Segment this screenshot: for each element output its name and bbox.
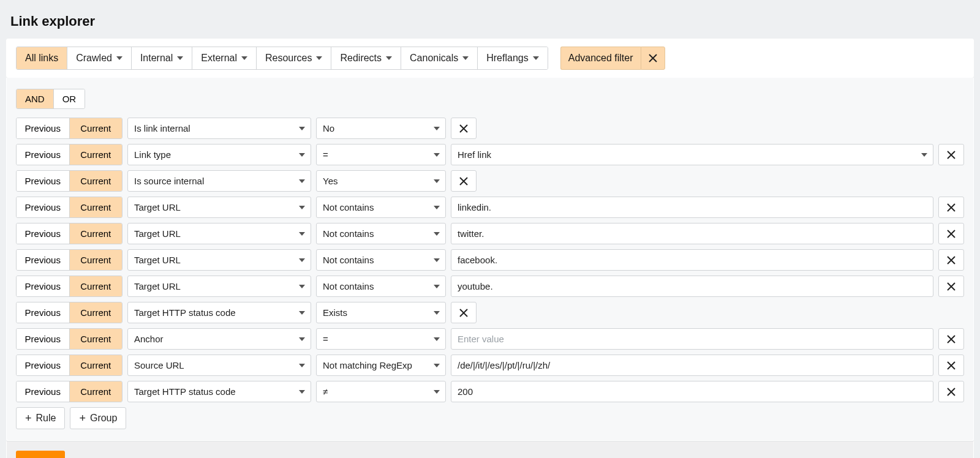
scope-previous-button[interactable]: Previous [17,355,70,375]
apply-button[interactable]: Apply [16,451,65,458]
remove-rule-button[interactable] [938,249,964,271]
value-input[interactable] [451,328,933,350]
operator-select-label: = [323,149,328,160]
scope-current-button[interactable]: Current [70,329,123,349]
logic-and-button[interactable]: AND [17,89,54,108]
remove-rule-button[interactable] [938,355,964,376]
value-input[interactable] [451,276,933,297]
operator-select[interactable]: = [316,144,446,165]
operator-select[interactable]: Yes [316,170,446,192]
operator-select[interactable]: Not contains [316,223,446,244]
remove-rule-button[interactable] [938,276,964,297]
operator-select[interactable]: ≠ [316,381,446,402]
remove-rule-button[interactable] [451,302,477,323]
field-select[interactable]: Target URL [127,223,311,244]
close-icon [947,203,956,212]
operator-select[interactable]: Exists [316,302,446,323]
scope-current-button[interactable]: Current [70,302,123,323]
operator-select[interactable]: = [316,328,446,350]
operator-select[interactable]: Not contains [316,276,446,297]
tab-internal[interactable]: Internal [132,47,192,69]
caret-down-icon [434,206,440,209]
remove-rule-button[interactable] [938,381,964,402]
tab-redirects[interactable]: Redirects [331,47,401,69]
field-select[interactable]: Target URL [127,197,311,218]
remove-rule-button[interactable] [938,197,964,218]
add-rule-button[interactable]: +Rule [16,407,65,429]
caret-down-icon [177,56,183,60]
remove-rule-button[interactable] [451,170,477,192]
remove-rule-button[interactable] [451,118,477,139]
close-advanced-filter-button[interactable] [641,47,665,70]
value-input[interactable] [451,249,933,271]
filter-tab-group: All links Crawled Internal External Reso… [16,47,548,70]
field-select[interactable]: Is link internal [127,118,311,139]
value-input[interactable] [451,223,933,244]
tab-external[interactable]: External [192,47,257,69]
logic-or-button[interactable]: OR [54,89,85,108]
value-input[interactable] [451,197,933,218]
field-select[interactable]: Target HTTP status code [127,381,311,402]
scope-current-button[interactable]: Current [70,250,123,270]
scope-previous-button[interactable]: Previous [17,171,70,191]
scope-current-button[interactable]: Current [70,197,123,217]
tab-canonicals[interactable]: Canonicals [401,47,478,69]
filter-row: PreviousCurrentIs source internalYes [16,170,964,192]
scope-previous-button[interactable]: Previous [17,302,70,323]
caret-down-icon [434,232,440,236]
field-select-label: Target URL [134,255,181,265]
scope-current-button[interactable]: Current [70,381,123,402]
scope-current-button[interactable]: Current [70,355,123,375]
add-buttons-row: +Rule +Group [16,407,964,429]
field-select[interactable]: Link type [127,144,311,165]
scope-current-button[interactable]: Current [70,223,123,244]
field-select[interactable]: Target URL [127,249,311,271]
field-select[interactable]: Target HTTP status code [127,302,311,323]
field-select[interactable]: Target URL [127,276,311,297]
tab-hreflangs[interactable]: Hreflangs [478,47,547,69]
tab-crawled[interactable]: Crawled [67,47,132,69]
add-group-button[interactable]: +Group [70,407,126,429]
close-icon [947,282,956,291]
remove-rule-button[interactable] [938,328,964,350]
caret-down-icon [434,179,440,183]
scope-previous-button[interactable]: Previous [17,250,70,270]
filter-row: PreviousCurrentTarget HTTP status codeEx… [16,302,964,323]
advanced-filter-button[interactable]: Advanced filter [560,47,641,70]
operator-select[interactable]: Not contains [316,197,446,218]
value-input[interactable] [451,355,933,376]
field-select-label: Target URL [134,281,181,291]
scope-previous-button[interactable]: Previous [17,118,70,138]
field-select[interactable]: Anchor [127,328,311,350]
scope-current-button[interactable]: Current [70,145,123,165]
scope-previous-button[interactable]: Previous [17,329,70,349]
scope-current-button[interactable]: Current [70,276,123,296]
field-select-label: Source URL [134,360,184,370]
field-select[interactable]: Is source internal [127,170,311,192]
scope-previous-button[interactable]: Previous [17,223,70,244]
operator-select-label: Not contains [323,202,374,212]
scope-previous-button[interactable]: Previous [17,276,70,296]
scope-current-button[interactable]: Current [70,171,123,191]
caret-down-icon [434,153,440,157]
value-input[interactable] [451,381,933,402]
scope-current-button[interactable]: Current [70,118,123,138]
tab-resources[interactable]: Resources [257,47,331,69]
caret-down-icon [299,232,305,236]
caret-down-icon [434,258,440,262]
scope-previous-button[interactable]: Previous [17,145,70,165]
value-select[interactable]: Href link [451,144,933,165]
field-select[interactable]: Source URL [127,355,311,376]
remove-rule-button[interactable] [938,144,964,165]
filter-row: PreviousCurrentTarget HTTP status code≠ [16,381,964,402]
caret-down-icon [241,56,247,60]
remove-rule-button[interactable] [938,223,964,244]
operator-select[interactable]: Not contains [316,249,446,271]
tab-all-links[interactable]: All links [17,47,67,69]
scope-previous-button[interactable]: Previous [17,197,70,217]
scope-previous-button[interactable]: Previous [17,381,70,402]
operator-select[interactable]: Not matching RegExp [316,355,446,376]
caret-down-icon [434,311,440,315]
operator-select[interactable]: No [316,118,446,139]
operator-select-label: Not matching RegExp [323,360,412,370]
